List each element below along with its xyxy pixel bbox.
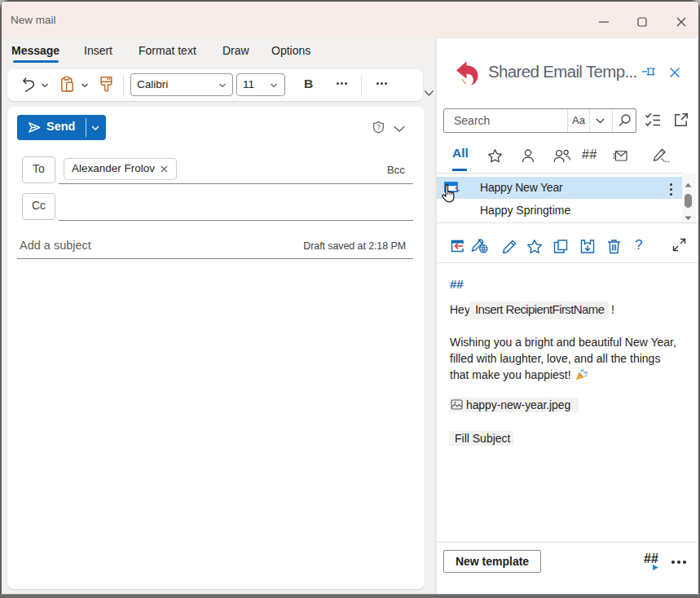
svg-text:?: ? — [376, 123, 381, 131]
